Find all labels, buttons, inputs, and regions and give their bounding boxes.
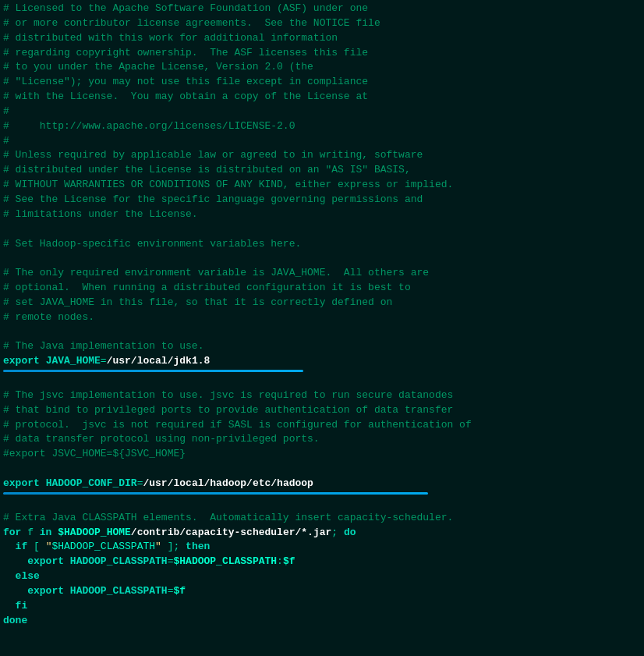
line-1: # Licensed to the Apache Software Founda…	[3, 2, 641, 16]
line-5: # to you under the Apache License, Versi…	[3, 60, 641, 75]
line-17: # Set Hadoop-specific environment variab…	[3, 237, 641, 252]
export-jsvc-line: #export JSVC_HOME=${JSVC_HOME}	[3, 447, 641, 462]
export-java-home-line: export JAVA_HOME=/usr/local/jdk1.8	[3, 354, 641, 369]
line-2: # or more contributor license agreements…	[3, 16, 641, 31]
line-4: # regarding copyright ownership. The ASF…	[3, 46, 641, 61]
line-23	[3, 325, 641, 340]
line-7: # with the License. You may obtain a cop…	[3, 90, 641, 105]
line-22: # remote nodes.	[3, 310, 641, 325]
line-19: # The only required environment variable…	[3, 266, 641, 281]
line-21: # set JAVA_HOME in this file, so that it…	[3, 296, 641, 310]
code-editor: # Licensed to the Apache Software Founda…	[0, 0, 644, 656]
line-jsvc-4: # data transfer protocol using non-privi…	[3, 432, 641, 447]
line-jsvc-1: # The jsvc implementation to use. jsvc i…	[3, 388, 641, 403]
line-8: #	[3, 105, 641, 119]
line-20: # optional. When running a distributed c…	[3, 281, 641, 296]
line-jsvc-2: # that bind to privileged ports to provi…	[3, 403, 641, 418]
for-loop-line: for f in $HADOOP_HOME/contrib/capacity-s…	[3, 526, 641, 541]
line-14: # See the License for the specific langu…	[3, 193, 641, 207]
java-home-underline	[3, 370, 303, 372]
export-classpath-1-line: export HADOOP_CLASSPATH=$HADOOP_CLASSPAT…	[3, 555, 641, 569]
line-classpath-comment: # Extra Java CLASSPATH elements. Automat…	[3, 511, 641, 526]
line-blank-3	[3, 496, 641, 511]
export-classpath-2-line: export HADOOP_CLASSPATH=$f	[3, 584, 641, 599]
line-3: # distributed with this work for additio…	[3, 31, 641, 46]
line-blank-2	[3, 462, 641, 477]
line-6: # "License"); you may not use this file …	[3, 75, 641, 90]
line-10: #	[3, 134, 641, 149]
line-blank-1	[3, 374, 641, 388]
hadoop-conf-underline	[3, 492, 428, 495]
line-11: # Unless required by applicable law or a…	[3, 148, 641, 163]
line-9: # http://www.apache.org/licenses/LICENSE…	[3, 119, 641, 134]
line-18	[3, 251, 641, 266]
export-hadoop-conf-line: export HADOOP_CONF_DIR=/usr/local/hadoop…	[3, 477, 641, 491]
line-12: # distributed under the License is distr…	[3, 163, 641, 178]
line-jsvc-3: # protocol. jsvc is not required if SASL…	[3, 418, 641, 433]
else-line: else	[3, 569, 641, 584]
line-24: # The Java implementation to use.	[3, 339, 641, 354]
line-15: # limitations under the License.	[3, 207, 641, 222]
line-13: # WITHOUT WARRANTIES OR CONDITIONS OF AN…	[3, 178, 641, 193]
done-line: done	[3, 614, 641, 629]
fi-line: fi	[3, 599, 641, 614]
line-16	[3, 222, 641, 237]
if-line: if [ "$HADOOP_CLASSPATH" ]; then	[3, 540, 641, 555]
